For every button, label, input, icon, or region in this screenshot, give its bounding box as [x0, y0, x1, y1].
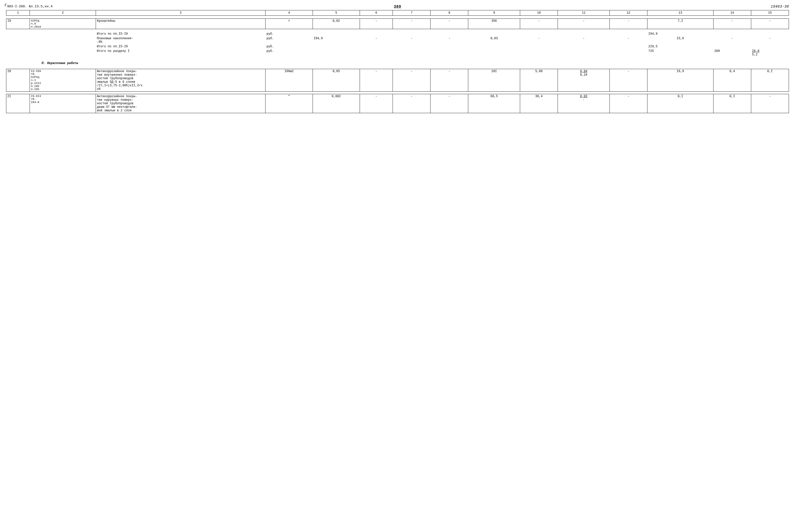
row-20-c14: 0,4	[713, 69, 751, 92]
plan-c11: -	[558, 36, 610, 44]
itogo1-c1	[6, 32, 30, 36]
row-19-c6: -	[360, 19, 393, 29]
itogo2-c9	[468, 44, 520, 49]
row-19-c14: -	[713, 19, 751, 29]
table-row-21: 2I I5-6I4 тб. I64-8 Антикоррозийное покр…	[6, 94, 789, 113]
itogo1-c15	[751, 32, 789, 36]
table-row-20: 20 I3-I69 тб. ССРСЦ ч.I р.XIII п.I85 п.I…	[6, 69, 789, 92]
itogo1-c8	[431, 32, 468, 36]
itogo2-c13: 2I0,5	[647, 44, 714, 49]
row-21-c12: -	[610, 94, 647, 113]
row-19-ref: ССРСЦ ч.П п.2019	[30, 19, 96, 29]
itogor-c6	[360, 49, 393, 57]
col-header-13: 13	[647, 11, 714, 16]
itogor-c1	[6, 49, 30, 57]
col-header-12: 12	[610, 11, 647, 16]
col-header-15: 15	[751, 11, 789, 16]
itogo2-c2	[30, 44, 96, 49]
row-21-num: 2I	[6, 94, 30, 113]
itogor-c7	[393, 49, 431, 57]
itogor-c5	[313, 49, 360, 57]
row-20-c12: -	[610, 69, 647, 92]
row-21-unit: "	[265, 94, 313, 113]
row-21-desc: Антикоррозийное покры-тие наружных повер…	[96, 94, 265, 113]
itogor-c4: руб.	[265, 49, 313, 57]
itogo1-c5	[313, 32, 360, 36]
itogo1-c9	[468, 32, 520, 36]
plan-c10: -	[520, 36, 558, 44]
itogo-row-1: Итого по пп.I5-I9 руб. I94,9	[6, 32, 789, 36]
itogo2-c10	[520, 44, 558, 49]
row-19-q: 0,02	[313, 19, 360, 29]
itogo1-c12	[610, 32, 647, 36]
row-19-unit: т	[265, 19, 313, 29]
itogo2-c14	[713, 44, 751, 49]
spacer-4	[6, 67, 789, 69]
itogo1-c10	[520, 32, 558, 36]
itogor-c2	[30, 49, 96, 57]
row-20-c6: -	[360, 69, 393, 92]
row-19-c11: -	[558, 19, 610, 29]
row-20-unit: I00м2	[265, 69, 313, 92]
row-19-c7: -	[393, 19, 431, 29]
itogor-c11	[558, 49, 610, 57]
plan-c13: I5,6	[647, 36, 714, 44]
itogor-c8	[431, 49, 468, 57]
itogor-c10	[520, 49, 558, 57]
row-20-c10: 5,88	[520, 69, 558, 92]
header-center: 389	[394, 4, 401, 9]
itogo2-c8	[431, 44, 468, 49]
plan-c7: -	[393, 36, 431, 44]
row-21-c13: 0,I	[647, 94, 714, 113]
row-20-c7: -	[393, 69, 431, 92]
col-header-11: 11	[558, 11, 610, 16]
plan-c2	[30, 36, 96, 44]
itogo2-c5	[313, 44, 360, 49]
main-table: 1 2 3 4 5 6 7 8 9 10 11 12 13 14 15 I9 С…	[6, 10, 789, 113]
col-header-8: 8	[431, 11, 468, 16]
itogor-c9	[468, 49, 520, 57]
itogo2-c4: руб.	[265, 44, 313, 49]
plan-c9: 0,03	[468, 36, 520, 44]
row-21-ref: I5-6I4 тб. I64-8	[30, 94, 96, 113]
itogo1-c11	[558, 32, 610, 36]
row-19-desc: Кронштейны	[96, 19, 265, 29]
header-left: 903-I-200. Ал.I3.5,кн.4	[7, 4, 52, 8]
row-21-c8: -	[431, 94, 468, 113]
row-20-c9: 28I	[468, 69, 520, 92]
col-header-10: 10	[520, 11, 558, 16]
corner-mark: Г	[4, 3, 7, 7]
itogo2-c1	[6, 44, 30, 49]
plan-c6: -	[360, 36, 393, 44]
col-header-9: 9	[468, 11, 520, 16]
row-21-c14: 0,I	[713, 94, 751, 113]
table-row-19: I9 ССРСЦ ч.П п.2019 Кронштейны т 0,02 - …	[6, 19, 789, 29]
row-21-c9: 60,5	[468, 94, 520, 113]
itogo1-c14	[713, 32, 751, 36]
row-21-c15: -	[751, 94, 789, 113]
itogo1-c4: руб.	[265, 32, 313, 36]
spacer-2	[6, 29, 789, 32]
row-19-c13: 7,I	[647, 19, 714, 29]
row-21-c6: -	[360, 94, 393, 113]
col-header-3: 3	[96, 11, 265, 16]
itogo2-c3: Итого по пп.I5-I9	[96, 44, 265, 49]
row-21-c7: -	[393, 94, 431, 113]
itogo1-c6	[360, 32, 393, 36]
header-row: 1 2 3 4 5 6 7 8 9 10 11 12 13 14 15	[6, 11, 789, 16]
col-header-5: 5	[313, 11, 360, 16]
itogo2-c7	[393, 44, 431, 49]
row-19-c12: -	[610, 19, 647, 29]
itogo1-c3: Итого по пп.I5-I9	[96, 32, 265, 36]
spacer-5	[6, 92, 789, 94]
itogo2-c12	[610, 44, 647, 49]
plan-c15: -	[751, 36, 789, 44]
row-21-c11: 0,03-	[558, 94, 610, 113]
header-right: 19463-30	[771, 4, 789, 8]
spacer-3	[6, 57, 789, 60]
row-20-c13: I6,9	[647, 69, 714, 92]
plan-c8: -	[431, 36, 468, 44]
itogor-c13: 725	[647, 49, 714, 57]
itogo1-c13: I94,9	[647, 32, 714, 36]
plan-c14: -	[713, 36, 751, 44]
